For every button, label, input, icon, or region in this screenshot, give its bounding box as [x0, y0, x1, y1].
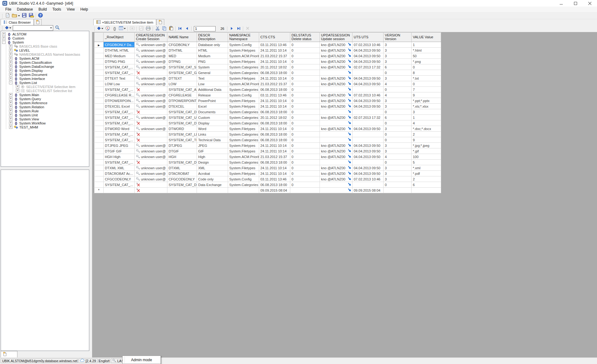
cell-updatesession[interactable]: kno @ATLNZ00: [320, 154, 352, 160]
expand-toggle[interactable]: +: [9, 69, 12, 72]
row-selector-cell[interactable]: [94, 126, 104, 132]
bottom-minitab[interactable]: [1, 351, 17, 358]
menu-item-database[interactable]: Database: [14, 7, 35, 12]
cell-uts[interactable]: 04.04.2013 09:50: [352, 143, 384, 148]
cell-updatesession[interactable]: [320, 132, 352, 137]
expand-toggle[interactable]: +: [9, 109, 12, 113]
cell-descr[interactable]: Data Exchange: [197, 182, 228, 188]
cell-name[interactable]: MED: [167, 53, 197, 59]
row-selector-cell[interactable]: ▶: [94, 42, 104, 48]
cell-namespace[interactable]: System.Filetypes: [228, 76, 259, 81]
cell-uts[interactable]: [352, 137, 384, 143]
cell-createsession[interactable]: unknown user@: [135, 81, 167, 87]
cell-value[interactable]: *.ppt;*.pptx: [412, 98, 441, 104]
cell-uts[interactable]: [352, 70, 384, 76]
cell-cts[interactable]: 20.11.2012 18:02: [259, 64, 290, 70]
cell-createsession[interactable]: [135, 182, 167, 188]
cell-delstatus[interactable]: 0: [290, 76, 320, 81]
cell-descr[interactable]: Custom: [197, 115, 228, 120]
cell-delstatus[interactable]: 0: [290, 64, 320, 70]
cell-version[interactable]: 0: [384, 120, 412, 126]
cell-value[interactable]: *.html: [412, 48, 441, 53]
cell-version[interactable]: 3: [384, 148, 412, 154]
cell-version[interactable]: 3: [384, 76, 412, 81]
cell-version[interactable]: 0: [384, 70, 412, 76]
cell-delstatus[interactable]: 0: [290, 137, 320, 143]
nav-last-button[interactable]: [236, 26, 242, 32]
cell-delstatus[interactable]: 0: [290, 81, 320, 87]
cell-updatesession[interactable]: [320, 87, 352, 92]
tree-item-system-classification[interactable]: +{}System.Classification: [9, 60, 89, 64]
cell-value[interactable]: *.png: [412, 59, 441, 64]
cell-uts[interactable]: 04.04.2013 09:50: [352, 48, 384, 53]
cell-delstatus[interactable]: 0: [290, 132, 320, 137]
row-selector-cell[interactable]: [94, 154, 104, 160]
cell-namespace[interactable]: System.Filetypes: [228, 98, 259, 104]
cell-uts[interactable]: 04.04.2013 09:50: [352, 104, 384, 109]
cell-cts[interactable]: 21.03.2012 15:37: [259, 53, 290, 59]
column-header-namespace[interactable]: NAMESPACENamespace: [228, 32, 259, 42]
save-layout-button[interactable]: [28, 13, 35, 19]
cell-uts[interactable]: 07.02.2013 10:46: [352, 92, 384, 98]
cell-rowobject[interactable]: SYSITEM_CAT_...: [104, 132, 135, 137]
cell-rowobject[interactable]: LOW Low: [104, 81, 135, 87]
tree-item-system-workflow[interactable]: +{}System.Workflow: [9, 121, 89, 125]
page-input[interactable]: [194, 26, 216, 31]
cell-updatesession[interactable]: kno @ATLNZ00: [320, 176, 352, 182]
cell-name[interactable]: CFGRELEASE: [167, 92, 197, 98]
tree-item-system-view[interactable]: +{}System.View: [9, 117, 89, 121]
cell-namespace[interactable]: System.ACM.Prioritie: [228, 53, 259, 59]
cell-descr[interactable]: Text: [197, 76, 228, 81]
cell-uts[interactable]: [352, 109, 384, 115]
tree-item-system-unit[interactable]: +{}System.Unit: [9, 113, 89, 117]
cell-version[interactable]: 0: [384, 160, 412, 165]
cell-cts[interactable]: 06.08.2013 18:00: [259, 109, 290, 115]
expand-toggle[interactable]: +: [2, 32, 6, 36]
cell-createsession[interactable]: [135, 87, 167, 92]
cell-namespace[interactable]: System.Filetypes: [228, 48, 259, 53]
cell-namespace[interactable]: System.Filetypes: [228, 148, 259, 154]
cell-updatesession[interactable]: kno @ATLNZ00: [320, 64, 352, 70]
cell-version[interactable]: 3: [384, 176, 412, 182]
expand-toggle[interactable]: +: [9, 121, 12, 125]
cell-namespace[interactable]: System.Filetypes: [228, 126, 259, 132]
cell-createsession[interactable]: unknown user@: [135, 115, 167, 120]
cell-delstatus[interactable]: 0: [290, 92, 320, 98]
cell-value[interactable]: 6: [412, 182, 441, 188]
cell-createsession[interactable]: unknown user@: [135, 126, 167, 132]
save-button[interactable]: [138, 26, 144, 32]
new-grid-tab-button[interactable]: [156, 19, 164, 25]
cell-descr[interactable]: Code only: [197, 176, 228, 182]
cell-delstatus[interactable]: 0: [290, 104, 320, 109]
cell-version[interactable]: 4: [384, 154, 412, 160]
cell-version[interactable]: 4: [384, 92, 412, 98]
expand-toggle[interactable]: +: [9, 65, 12, 68]
tree-item-system-display[interactable]: +{}System.Display: [9, 68, 89, 72]
cell-cts[interactable]: 24.11.2011 10:14: [259, 104, 290, 109]
expand-toggle[interactable]: +: [9, 77, 12, 80]
cell-version[interactable]: 3: [384, 104, 412, 109]
cell-delstatus[interactable]: 0: [290, 171, 320, 176]
close-button[interactable]: [583, 0, 597, 7]
tree-item-test-mhm[interactable]: +TEST_MHM: [9, 125, 89, 129]
cell-rowobject[interactable]: DTEXCEL Excel: [104, 104, 135, 109]
row-selector-cell[interactable]: [94, 81, 104, 87]
row-selector-cell[interactable]: [94, 53, 104, 59]
cell-uts[interactable]: 04.04.2013 09:50: [352, 126, 384, 132]
cell-uts[interactable]: 07.02.2013 10:46: [352, 42, 384, 48]
cell-version[interactable]: 3: [384, 143, 412, 148]
search-button[interactable]: [54, 25, 60, 31]
row-selector-cell[interactable]: [94, 64, 104, 70]
cell-namespace[interactable]: System.Categories: [228, 64, 259, 70]
cell-createsession[interactable]: unknown user@: [135, 148, 167, 154]
cell-value[interactable]: 9: [412, 92, 441, 98]
cell-cts[interactable]: 09.09.2015 08:04: [259, 188, 290, 193]
column-header-updatesession[interactable]: UPDATESESSIONUpdate session: [320, 32, 352, 42]
cell-version[interactable]: 0: [384, 132, 412, 137]
cell-rowobject[interactable]: DTXML XML: [104, 165, 135, 171]
cell-descr[interactable]: Release: [197, 92, 228, 98]
row-selector-cell[interactable]: [94, 160, 104, 165]
collapse-toggle[interactable]: -: [9, 81, 12, 84]
cell-namespace[interactable]: System.Categories: [228, 70, 259, 76]
cell-updatesession[interactable]: kno @ATLNZ00: [320, 48, 352, 53]
